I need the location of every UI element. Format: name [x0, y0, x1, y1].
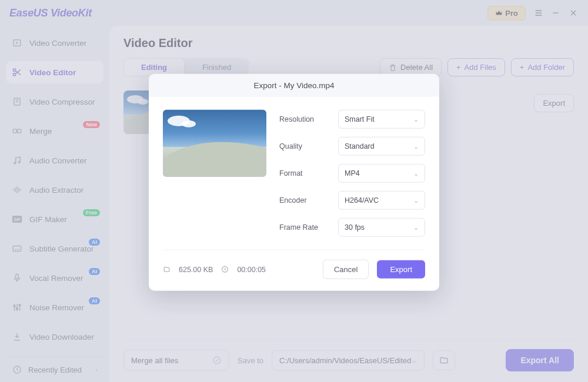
chevron-down-icon: ⌄ [413, 169, 419, 177]
cancel-button[interactable]: Cancel [323, 260, 369, 279]
modal-thumbnail [163, 110, 266, 177]
field-resolution: Resolution Smart Fit ⌄ [279, 110, 425, 129]
field-frame-rate: Frame Rate 30 fps ⌄ [279, 218, 425, 237]
field-quality: Quality Standard ⌄ [279, 137, 425, 156]
quality-select[interactable]: Standard ⌄ [338, 137, 425, 156]
frame-rate-select[interactable]: 30 fps ⌄ [338, 218, 425, 237]
chevron-down-icon: ⌄ [413, 223, 419, 231]
encoder-value: H264/AVC [345, 196, 379, 205]
export-modal: Export - My Video.mp4 Resolution Smart F… [149, 74, 439, 291]
field-format: Format MP4 ⌄ [279, 164, 425, 183]
quality-value: Standard [345, 142, 375, 150]
format-select[interactable]: MP4 ⌄ [338, 164, 425, 183]
encoder-label: Encoder [279, 196, 333, 205]
duration-icon [221, 266, 229, 273]
modal-title: Export - My Video.mp4 [149, 74, 439, 97]
chevron-down-icon: ⌄ [413, 115, 419, 123]
format-value: MP4 [345, 169, 360, 177]
file-size: 625.00 KB [179, 265, 213, 273]
resolution-select[interactable]: Smart Fit ⌄ [338, 110, 425, 129]
resolution-value: Smart Fit [345, 115, 375, 123]
frame-rate-label: Frame Rate [279, 223, 333, 232]
field-encoder: Encoder H264/AVC ⌄ [279, 191, 425, 210]
file-size-icon [163, 266, 171, 273]
modal-footer: 625.00 KB 00:00:05 Cancel Export [163, 250, 425, 291]
encoder-select[interactable]: H264/AVC ⌄ [338, 191, 425, 210]
quality-label: Quality [279, 142, 333, 150]
resolution-label: Resolution [279, 115, 333, 123]
chevron-down-icon: ⌄ [413, 142, 419, 150]
format-label: Format [279, 169, 333, 177]
modal-export-button[interactable]: Export [377, 260, 425, 279]
duration: 00:00:05 [237, 265, 266, 273]
chevron-down-icon: ⌄ [413, 196, 419, 204]
frame-rate-value: 30 fps [345, 223, 365, 232]
